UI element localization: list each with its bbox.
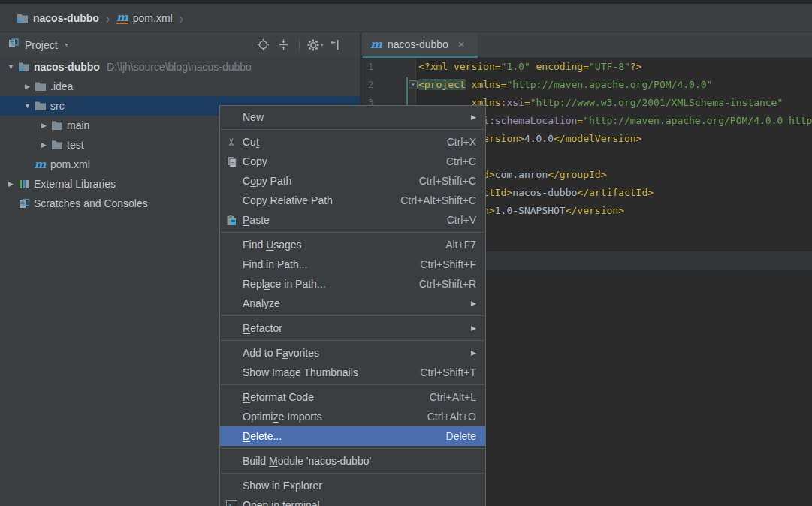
tree-item-label: nacos-dubbo — [34, 61, 100, 73]
toolbar-divider — [299, 39, 300, 51]
tree-item-label: External Libraries — [34, 178, 116, 190]
menu-item-label: Refactor — [243, 322, 456, 334]
menu-item-label: Show Image Thumbnails — [243, 366, 405, 378]
menu-item-copy-relative-path[interactable]: Copy Relative PathCtrl+Alt+Shift+C — [220, 191, 485, 210]
menu-item-paste[interactable]: PasteCtrl+V — [220, 210, 485, 230]
tree-item-nacos-dubbo[interactable]: ▼nacos-dubboD:\ljh\source\blog\nacos-dub… — [0, 57, 360, 77]
menu-item-delete[interactable]: Delete...Delete — [220, 426, 485, 446]
breadcrumb: nacos-dubbo›mpom.xml› — [0, 4, 812, 32]
settings-gear-icon[interactable]: ▾ — [309, 38, 321, 51]
menu-item-copy-path[interactable]: Copy PathCtrl+Shift+C — [220, 171, 485, 191]
folder-icon — [50, 120, 63, 131]
breadcrumb-item-pom.xml[interactable]: mpom.xml — [116, 12, 173, 24]
tab-nacos-dubbo[interactable]: m nacos-dubbo × — [363, 32, 478, 58]
locate-icon[interactable] — [257, 38, 270, 51]
menu-item-find-in-path[interactable]: Find in Path...Ctrl+Shift+F — [220, 255, 485, 274]
menu-item-label: Delete... — [243, 430, 431, 442]
menu-item-show-in-explorer[interactable]: Show in Explorer — [220, 476, 485, 495]
menu-separator — [221, 384, 484, 385]
menu-item-shortcut: Ctrl+Shift+F — [420, 258, 476, 270]
hide-panel-icon[interactable] — [329, 38, 342, 51]
menu-separator — [221, 129, 484, 130]
code-token: "http://maven.apache.org/POM/4.0.0" — [506, 79, 712, 90]
menu-item-label: Find in Path... — [243, 258, 405, 270]
fold-marker-icon[interactable]: ▾ — [409, 80, 418, 89]
submenu-arrow-icon: ▶ — [471, 300, 476, 307]
menu-item-label: Analyze — [243, 297, 456, 309]
menu-item-shortcut: Ctrl+Alt+L — [430, 391, 476, 403]
collapsed-arrow-icon[interactable]: ▶ — [38, 141, 50, 149]
collapsed-arrow-icon[interactable]: ▶ — [38, 122, 50, 129]
submenu-arrow-icon: ▶ — [471, 324, 476, 332]
menu-item-shortcut: Ctrl+X — [447, 136, 476, 148]
menu-separator — [221, 315, 484, 316]
menu-item-add-to-favorites[interactable]: Add to Favorites▶ — [220, 343, 485, 363]
menu-item-open-in-terminal[interactable]: >_Open in terminal — [220, 495, 485, 506]
menu-item-copy[interactable]: CopyCtrl+C — [220, 152, 485, 171]
menu-item-replace-in-path[interactable]: Replace in Path...Ctrl+Shift+R — [220, 274, 485, 294]
menu-separator — [221, 232, 484, 233]
panel-title[interactable]: Project — [25, 39, 58, 51]
folder-icon — [34, 81, 47, 92]
menu-item-shortcut: Ctrl+Shift+T — [420, 366, 476, 378]
maven-icon: m — [34, 159, 47, 170]
fold-range-line — [406, 77, 408, 105]
code-token: nacos-dubbo — [512, 187, 577, 198]
chevron-down-icon[interactable]: ▾ — [65, 41, 68, 48]
collapsed-arrow-icon[interactable]: ▶ — [21, 83, 34, 90]
ide-window: nacos-dubbo›mpom.xml› Project ▾ ▾ ▼nacos… — [0, 0, 812, 506]
expanded-arrow-icon[interactable]: ▼ — [5, 63, 17, 71]
tree-item-label: test — [67, 139, 84, 151]
copy-icon — [220, 156, 243, 167]
menu-item-shortcut: Ctrl+Shift+C — [419, 175, 476, 187]
module-folder-icon — [17, 62, 30, 72]
breadcrumb-label: nacos-dubbo — [33, 12, 99, 24]
close-icon[interactable]: × — [458, 40, 465, 49]
code-token: 4.0.0 — [524, 133, 554, 144]
maven-icon: m — [116, 12, 128, 24]
menu-item-show-image-thumbnails[interactable]: Show Image ThumbnailsCtrl+Shift+T — [220, 363, 485, 382]
menu-separator — [221, 340, 484, 341]
menu-item-label: Replace in Path... — [243, 278, 404, 290]
editor-tab-bar: m nacos-dubbo × — [361, 32, 812, 58]
menu-item-find-usages[interactable]: Find UsagesAlt+F7 — [220, 235, 485, 255]
menu-item-new[interactable]: New▶ — [220, 107, 485, 127]
collapsed-arrow-icon[interactable]: ▶ — [5, 180, 17, 188]
tree-item-.idea[interactable]: ▶.idea — [0, 77, 360, 96]
menu-item-optimize-imports[interactable]: Optimize ImportsCtrl+Alt+O — [220, 407, 485, 426]
code-token: = — [524, 97, 530, 108]
code-token: "UTF-8" — [589, 61, 630, 72]
code-token: ?> — [630, 61, 642, 72]
menu-item-shortcut: Ctrl+Alt+Shift+C — [400, 194, 476, 206]
menu-item-label: Show in Explorer — [243, 480, 476, 492]
menu-item-reformat-code[interactable]: Reformat CodeCtrl+Alt+L — [220, 387, 485, 407]
menu-item-cut[interactable]: ✂CutCtrl+X — [220, 132, 485, 152]
code-token: xmlns= — [466, 79, 507, 90]
menu-item-label: Build Module 'nacos-dubbo' — [243, 455, 476, 467]
menu-item-label: Cut — [243, 136, 432, 148]
code-token: "http://www.w3.org/2001/XMLSchema-instan… — [530, 97, 783, 108]
menu-separator — [221, 473, 484, 474]
code-line: <?xml version="1.0" encoding="UTF-8"?> — [418, 58, 812, 76]
menu-item-refactor[interactable]: Refactor▶ — [220, 318, 485, 338]
code-token: <project — [418, 79, 466, 90]
menu-item-label: Open in terminal — [243, 499, 476, 506]
expanded-arrow-icon[interactable]: ▼ — [21, 102, 34, 110]
menu-item-build-module-nacos-dubbo[interactable]: Build Module 'nacos-dubbo' — [220, 451, 485, 471]
code-token: </version> — [566, 205, 624, 216]
menu-item-analyze[interactable]: Analyze▶ — [220, 294, 485, 313]
collapse-all-icon[interactable] — [277, 38, 290, 51]
scissors-icon: ✂ — [220, 136, 243, 148]
breadcrumb-item-nacos-dubbo[interactable]: nacos-dubbo — [17, 12, 99, 24]
menu-item-shortcut: Alt+F7 — [445, 239, 476, 251]
breadcrumb-separator: › — [180, 9, 183, 27]
tab-label: nacos-dubbo — [388, 38, 448, 50]
code-token: xsi — [506, 97, 524, 108]
menu-item-label: Optimize Imports — [243, 411, 412, 423]
code-line: <project xmlns="http://maven.apache.org/… — [418, 76, 812, 94]
code-token: encoding= — [530, 61, 589, 72]
menu-item-shortcut: Ctrl+V — [447, 214, 476, 226]
project-panel-header: Project ▾ ▾ — [0, 32, 360, 57]
code-token: 1.0-SNAPSHOT — [495, 205, 566, 216]
menu-item-shortcut: Delete — [446, 430, 476, 442]
